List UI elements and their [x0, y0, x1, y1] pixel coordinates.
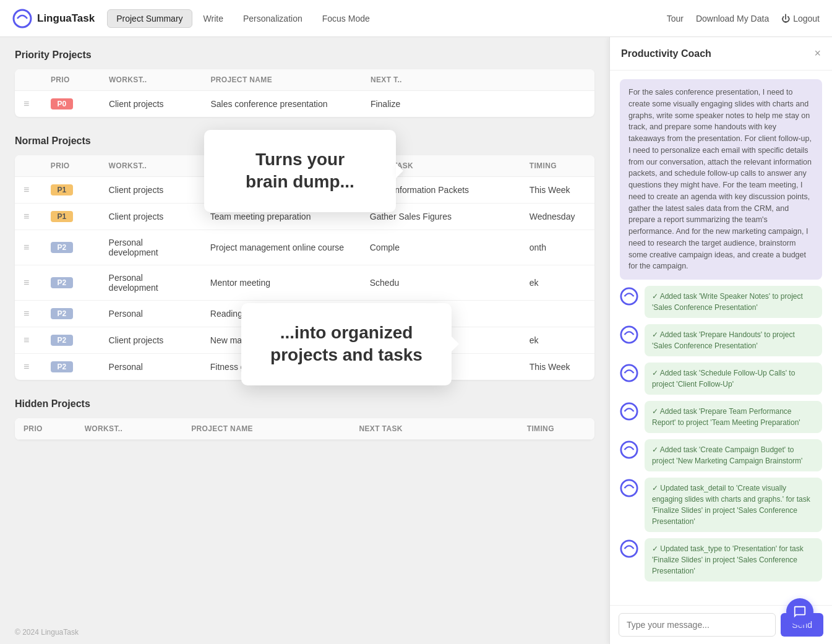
chat-icon	[793, 605, 807, 619]
drag-handle-icon[interactable]: ≡	[24, 184, 29, 195]
drag-cell[interactable]: ≡	[15, 230, 42, 265]
logo-text: LinguaTask	[37, 12, 95, 25]
logout-button[interactable]: ⏻ Logout	[781, 14, 820, 24]
drag-cell[interactable]: ≡	[15, 204, 42, 230]
app-header: LinguaTask Project Summary Write Persona…	[0, 0, 832, 37]
main-layout: Priority Projects PRIO WORKST.. PROJECT …	[0, 37, 832, 644]
coach-panel: Productivity Coach × For the sales confe…	[609, 37, 832, 644]
drag-handle-icon[interactable]: ≡	[24, 308, 29, 319]
coach-user-message: For the sales conference presentation, I…	[620, 79, 822, 280]
coach-logo-icon	[620, 402, 638, 421]
nav-tab-focus-mode[interactable]: Focus Mode	[314, 10, 379, 27]
coach-action-item: ✓ Updated task_type to 'Presentation' fo…	[620, 538, 822, 582]
coach-logo-icon	[620, 479, 638, 497]
next-task-cell: Finalize	[362, 91, 522, 118]
table-row: ≡ P2 Personal development Mentor meeting…	[15, 265, 594, 301]
drag-cell[interactable]: ≡	[15, 354, 42, 380]
drag-cell[interactable]: ≡	[15, 301, 42, 327]
svg-point-1	[621, 288, 637, 304]
priority-section-title: Priority Projects	[15, 49, 594, 61]
timing-cell: onth	[521, 230, 594, 265]
coach-action-item: ✓ Added task 'Prepare Team Performance R…	[620, 401, 822, 433]
prio-badge: P2	[51, 242, 73, 253]
coach-logo-icon	[620, 325, 638, 344]
prio-cell: P2	[42, 230, 100, 265]
coach-action-text: ✓ Added task 'Write Speaker Notes' to pr…	[645, 286, 822, 318]
panel-title: Productivity Coach	[621, 48, 711, 59]
svg-point-6	[621, 480, 637, 496]
normal-col-timing: TIMING	[521, 155, 594, 177]
timing-cell: Wednesday	[521, 204, 594, 230]
drag-handle-icon[interactable]: ≡	[24, 211, 29, 221]
timing-cell: ek	[521, 265, 594, 301]
project-name-cell: Sales conference presentation	[202, 91, 362, 118]
logo-area: LinguaTask	[12, 9, 95, 28]
drag-handle-icon[interactable]: ≡	[24, 277, 29, 288]
drag-cell[interactable]: ≡	[15, 265, 42, 301]
chat-fab-button[interactable]	[786, 598, 813, 625]
prio-cell: P1	[42, 204, 100, 230]
coach-action-text: ✓ Updated task_detail to 'Create visuall…	[645, 478, 822, 532]
prio-badge: P2	[51, 361, 73, 372]
hidden-table: PRIO WORKST.. PROJECT NAME NEXT TASK TIM…	[15, 418, 594, 440]
coach-action-item: ✓ Added task 'Prepare Handouts' to proje…	[620, 324, 822, 356]
prio-badge: P1	[51, 211, 73, 222]
prio-cell: P2	[42, 327, 100, 354]
workspace-cell: Personal development	[100, 230, 202, 265]
coach-action-item: ✓ Added task 'Create Campaign Budget' to…	[620, 439, 822, 471]
next-task-cell: Comple	[361, 230, 521, 265]
prio-cell: P1	[42, 177, 100, 204]
hidden-col-nexttask: NEXT TASK	[350, 418, 518, 440]
table-row: ≡ P2 Personal development Project manage…	[15, 230, 594, 265]
workspace-cell: Personal development	[100, 265, 202, 301]
logo-icon	[12, 9, 32, 28]
drag-handle-icon[interactable]: ≡	[24, 242, 29, 252]
prio-badge: P2	[51, 308, 73, 319]
coach-action-text: ✓ Added task 'Create Campaign Budget' to…	[645, 439, 822, 471]
tour-button[interactable]: Tour	[667, 14, 684, 24]
svg-point-5	[621, 442, 637, 458]
prio-badge: P2	[51, 335, 73, 346]
nav-tab-project-summary[interactable]: Project Summary	[107, 9, 192, 28]
prio-badge: P1	[51, 184, 73, 195]
hidden-col-project: PROJECT NAME	[182, 418, 350, 440]
drag-handle-icon[interactable]: ≡	[24, 98, 29, 109]
download-button[interactable]: Download My Data	[696, 14, 769, 24]
workspace-cell: Client projects	[100, 91, 202, 118]
prio-badge: P2	[51, 277, 73, 288]
drag-handle-icon[interactable]: ≡	[24, 361, 29, 372]
nav-tab-write[interactable]: Write	[195, 10, 232, 27]
coach-logo-icon	[620, 364, 638, 382]
message-input[interactable]	[619, 613, 776, 637]
coach-action-item: ✓ Added task 'Schedule Follow-Up Calls' …	[620, 363, 822, 395]
overlay-tooltip-1: Turns your brain dump...	[204, 130, 396, 212]
next-task-cell: Schedu	[361, 265, 521, 301]
drag-cell[interactable]: ≡	[15, 327, 42, 354]
workspace-cell: Client projects	[100, 204, 202, 230]
panel-close-button[interactable]: ×	[814, 47, 821, 60]
prio-cell: P2	[42, 265, 100, 301]
hidden-section-title: Hidden Projects	[15, 398, 594, 410]
coach-action-text: ✓ Added task 'Prepare Team Performance R…	[645, 401, 822, 433]
timing-cell: This Week	[521, 354, 594, 380]
overlay-1-text: Turns your brain dump...	[246, 150, 354, 191]
panel-header: Productivity Coach ×	[610, 37, 832, 71]
priority-col-nexttask: NEXT T..	[362, 69, 522, 91]
main-nav: Project Summary Write Personalization Fo…	[107, 9, 379, 28]
drag-handle-icon[interactable]: ≡	[24, 335, 29, 345]
table-row: ≡ P0 Client projects Sales conference pr…	[15, 91, 594, 118]
drag-cell[interactable]: ≡	[15, 177, 42, 204]
drag-cell[interactable]: ≡	[15, 91, 42, 118]
header-right: Tour Download My Data ⏻ Logout	[667, 14, 820, 24]
hidden-col-workst: WORKST..	[76, 418, 183, 440]
timing-cell	[521, 301, 594, 327]
coach-action-text: ✓ Updated task_type to 'Presentation' fo…	[645, 538, 822, 582]
normal-col-workst: WORKST..	[100, 155, 202, 177]
project-name-cell: Project management online course	[202, 230, 361, 265]
nav-tab-personalization[interactable]: Personalization	[234, 10, 311, 27]
svg-point-4	[621, 403, 637, 419]
timing-cell: This Week	[521, 177, 594, 204]
prio-cell: P2	[42, 354, 100, 380]
overlay-tooltip-2: ...into organized projects and tasks	[241, 303, 452, 385]
logout-label: Logout	[793, 14, 820, 24]
